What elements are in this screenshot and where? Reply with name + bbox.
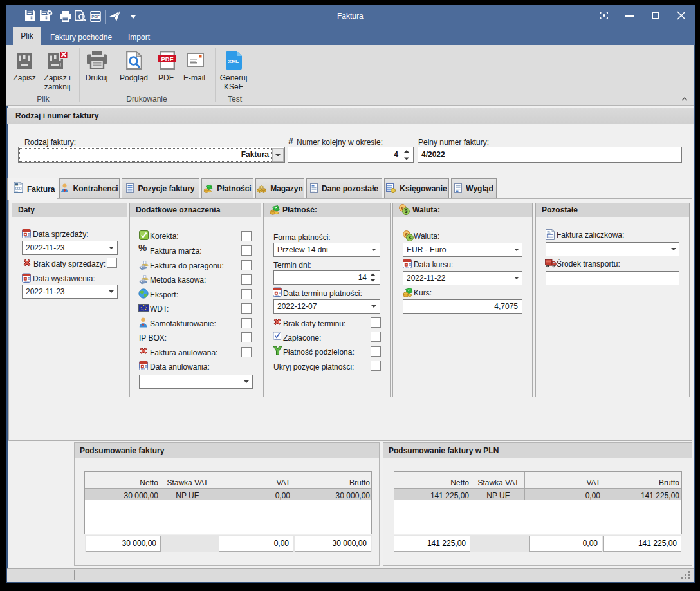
svg-text:$: $ (409, 234, 412, 241)
svg-text:PDF: PDF (91, 14, 100, 19)
svg-text:XML: XML (228, 59, 239, 64)
svg-text:PDF: PDF (161, 55, 174, 62)
svg-text:$: $ (405, 208, 408, 214)
